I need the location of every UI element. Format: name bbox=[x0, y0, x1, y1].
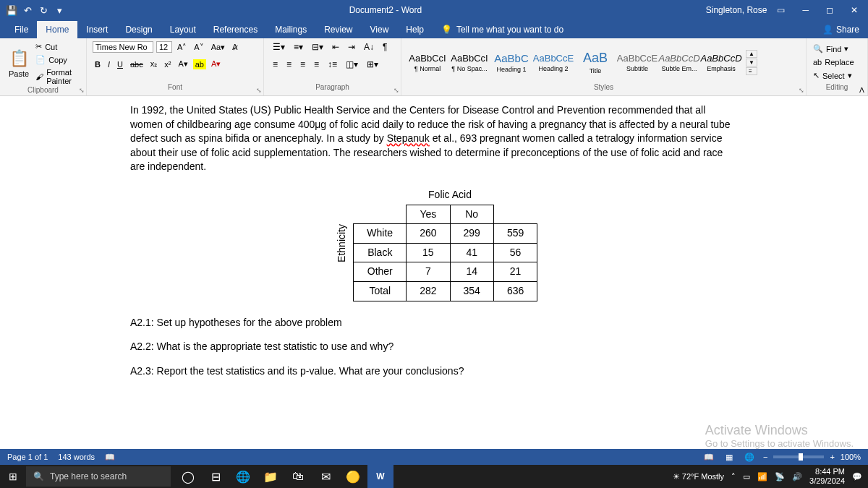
table-row[interactable]: Black154156 bbox=[354, 243, 537, 262]
style-normal[interactable]: AaBbCcI¶ Normal bbox=[407, 43, 448, 81]
style-subtitle[interactable]: AaBbCcESubtitle bbox=[617, 43, 658, 81]
chrome-icon[interactable]: 🟡 bbox=[340, 465, 366, 488]
tab-review[interactable]: Review bbox=[315, 21, 361, 38]
line-spacing-button[interactable]: ↕≡ bbox=[325, 59, 340, 70]
document-area[interactable]: In 1992, the United States (US) Public H… bbox=[0, 96, 868, 459]
tab-layout[interactable]: Layout bbox=[161, 21, 205, 38]
store-icon[interactable]: 🛍 bbox=[285, 465, 311, 488]
tell-me-search[interactable]: 💡 Tell me what you want to do bbox=[433, 21, 814, 38]
explorer-icon[interactable]: 📁 bbox=[258, 465, 284, 488]
styles-down-icon[interactable]: ▼ bbox=[746, 59, 757, 67]
data-table[interactable]: Folic Acid YesNo White260299559 Black154… bbox=[353, 186, 537, 301]
styles-up-icon[interactable]: ▲ bbox=[746, 50, 757, 58]
bold-button[interactable]: B bbox=[93, 59, 103, 69]
tab-insert[interactable]: Insert bbox=[77, 21, 116, 38]
borders-button[interactable]: ⊞▾ bbox=[364, 59, 381, 70]
close-icon[interactable]: ✕ bbox=[846, 5, 862, 15]
cut-button[interactable]: ✂Cut bbox=[35, 41, 80, 52]
font-color-button[interactable]: A▾ bbox=[209, 59, 223, 69]
select-button[interactable]: ↖Select▾ bbox=[812, 70, 855, 81]
subscript-button[interactable]: x₂ bbox=[148, 59, 160, 69]
paste-button[interactable]: 📋 Paste bbox=[6, 48, 32, 80]
tab-mailings[interactable]: Mailings bbox=[266, 21, 315, 38]
mail-icon[interactable]: ✉ bbox=[312, 465, 339, 488]
bullets-button[interactable]: ☰▾ bbox=[270, 41, 288, 53]
zoom-level[interactable]: 100% bbox=[841, 453, 861, 461]
question-2[interactable]: A2.2: What is the appropriate test stati… bbox=[130, 340, 738, 354]
edge-icon[interactable]: 🌐 bbox=[230, 465, 256, 488]
style-nospacing[interactable]: AaBbCcI¶ No Spac... bbox=[449, 43, 490, 81]
tab-home[interactable]: Home bbox=[37, 21, 77, 38]
font-size-input[interactable] bbox=[156, 41, 172, 53]
style-heading2[interactable]: AaBbCcEHeading 2 bbox=[533, 43, 574, 81]
word-icon[interactable]: W bbox=[367, 465, 393, 488]
clear-format-button[interactable]: A̷ bbox=[230, 42, 240, 53]
question-3[interactable]: A2.3: Report the test statistics and its… bbox=[130, 364, 738, 379]
ribbon-display-icon[interactable]: ▭ bbox=[773, 5, 789, 15]
format-painter-button[interactable]: 🖌Format Painter bbox=[35, 67, 80, 86]
body-paragraph[interactable]: In 1992, the United States (US) Public H… bbox=[130, 103, 738, 174]
styles-launcher-icon[interactable]: ⤡ bbox=[799, 87, 804, 94]
questions[interactable]: A2.1: Set up hypotheses for the above pr… bbox=[130, 316, 738, 379]
style-emphasis[interactable]: AaBbCcDEmphasis bbox=[701, 43, 741, 81]
zoom-in-button[interactable]: + bbox=[830, 453, 834, 461]
copy-button[interactable]: 📄Copy bbox=[35, 54, 80, 65]
zoom-out-button[interactable]: − bbox=[763, 453, 767, 461]
tab-file[interactable]: File bbox=[6, 21, 37, 38]
table-row[interactable]: Total282354636 bbox=[354, 281, 537, 301]
spelling-error[interactable]: Stepanuk bbox=[387, 132, 430, 144]
redo-icon[interactable]: ↻ bbox=[38, 4, 49, 16]
print-layout-icon[interactable]: ▦ bbox=[723, 453, 736, 462]
question-1[interactable]: A2.1: Set up hypotheses for the above pr… bbox=[130, 316, 738, 330]
cortana-icon[interactable]: ◯ bbox=[175, 465, 201, 488]
align-right-button[interactable]: ≡ bbox=[297, 59, 308, 70]
web-layout-icon[interactable]: 🌐 bbox=[741, 453, 757, 462]
tab-references[interactable]: References bbox=[205, 21, 266, 38]
align-center-button[interactable]: ≡ bbox=[284, 59, 294, 70]
decrease-indent-button[interactable]: ⇤ bbox=[329, 41, 342, 53]
zoom-slider[interactable] bbox=[773, 455, 824, 458]
find-button[interactable]: 🔍Find▾ bbox=[812, 43, 855, 54]
document-content[interactable]: In 1992, the United States (US) Public H… bbox=[130, 103, 738, 378]
show-marks-button[interactable]: ¶ bbox=[380, 41, 390, 53]
battery-icon[interactable]: ▭ bbox=[743, 472, 750, 481]
taskbar-search[interactable]: 🔍 Type here to search bbox=[26, 466, 171, 487]
styles-more-icon[interactable]: ≡ bbox=[746, 67, 757, 75]
change-case-button[interactable]: Aa▾ bbox=[209, 42, 227, 53]
proofing-icon[interactable]: 📖 bbox=[105, 453, 115, 462]
tab-view[interactable]: View bbox=[362, 21, 398, 38]
strike-button[interactable]: abc bbox=[128, 59, 145, 69]
clock[interactable]: 8:44 PM 3/29/2024 bbox=[809, 467, 845, 486]
style-title[interactable]: AaBTitle bbox=[575, 43, 616, 81]
wifi-icon[interactable]: 📡 bbox=[775, 472, 785, 481]
minimize-icon[interactable]: ─ bbox=[798, 5, 813, 15]
notifications-icon[interactable]: 💬 bbox=[852, 472, 862, 481]
paragraph-launcher-icon[interactable]: ⤡ bbox=[393, 87, 399, 94]
chevron-up-icon[interactable]: ˄ bbox=[731, 472, 736, 481]
multilevel-button[interactable]: ⊟▾ bbox=[309, 41, 326, 53]
tab-help[interactable]: Help bbox=[397, 21, 433, 38]
font-name-input[interactable] bbox=[93, 41, 153, 53]
replace-button[interactable]: abReplace bbox=[812, 57, 855, 67]
grow-font-button[interactable]: A˄ bbox=[175, 42, 189, 53]
underline-button[interactable]: U bbox=[115, 59, 125, 69]
shading-button[interactable]: ◫▾ bbox=[343, 59, 361, 70]
table-row[interactable]: White260299559 bbox=[354, 224, 537, 244]
styles-gallery[interactable]: AaBbCcI¶ Normal AaBbCcI¶ No Spac... AaBb… bbox=[407, 42, 757, 82]
word-count[interactable]: 143 words bbox=[58, 453, 95, 462]
user-name[interactable]: Singleton, Rose bbox=[706, 5, 767, 15]
start-button[interactable]: ⊞ bbox=[0, 465, 26, 488]
tab-design[interactable]: Design bbox=[116, 21, 161, 38]
clipboard-launcher-icon[interactable]: ⤡ bbox=[79, 87, 85, 94]
undo-icon[interactable]: ↶ bbox=[22, 4, 33, 16]
italic-button[interactable]: I bbox=[106, 59, 112, 69]
font-launcher-icon[interactable]: ⤡ bbox=[256, 87, 262, 94]
network-icon[interactable]: 📶 bbox=[757, 472, 767, 481]
superscript-button[interactable]: x² bbox=[162, 59, 173, 69]
highlight-button[interactable]: ab bbox=[193, 59, 206, 69]
text-effects-button[interactable]: A▾ bbox=[176, 59, 190, 69]
table-row[interactable]: Other71421 bbox=[354, 262, 537, 282]
sort-button[interactable]: A↓ bbox=[361, 41, 377, 53]
align-left-button[interactable]: ≡ bbox=[270, 59, 281, 70]
style-heading1[interactable]: AaBbCHeading 1 bbox=[491, 43, 532, 81]
